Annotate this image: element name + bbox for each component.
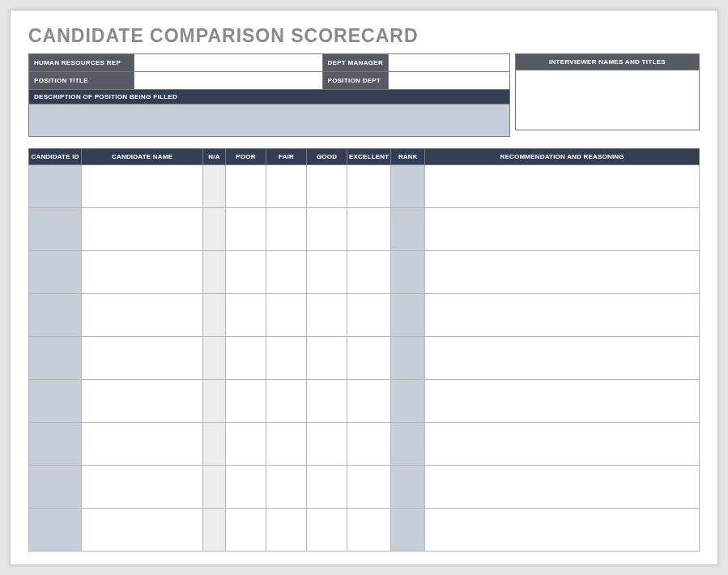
cell-fair[interactable] bbox=[266, 423, 307, 466]
cell-good[interactable] bbox=[307, 294, 347, 337]
cell-good[interactable] bbox=[307, 423, 347, 466]
cell-recommendation[interactable] bbox=[425, 251, 700, 294]
cell-good[interactable] bbox=[307, 337, 347, 380]
cell-rank[interactable] bbox=[391, 294, 425, 337]
cell-good[interactable] bbox=[307, 208, 347, 251]
label-description: DESCRIPTION OF POSITION BEING FILLED bbox=[29, 90, 510, 104]
cell-fair[interactable] bbox=[266, 251, 307, 294]
cell-recommendation[interactable] bbox=[425, 337, 700, 380]
cell-excellent[interactable] bbox=[347, 423, 391, 466]
cell-recommendation[interactable] bbox=[425, 208, 700, 251]
input-position-dept[interactable] bbox=[389, 72, 510, 90]
table-row bbox=[29, 208, 700, 251]
cell-recommendation[interactable] bbox=[425, 380, 700, 423]
cell-excellent[interactable] bbox=[347, 251, 391, 294]
label-interviewer: INTERVIEWER NAMES AND TITLES bbox=[516, 54, 700, 70]
cell-rank[interactable] bbox=[391, 466, 425, 509]
cell-na[interactable] bbox=[203, 337, 226, 380]
cell-fair[interactable] bbox=[266, 208, 307, 251]
cell-candidate-id[interactable] bbox=[29, 337, 82, 380]
input-dept-manager[interactable] bbox=[389, 54, 510, 72]
cell-fair[interactable] bbox=[266, 337, 307, 380]
cell-poor[interactable] bbox=[226, 466, 266, 509]
col-header-name: CANDIDATE NAME bbox=[82, 149, 203, 165]
cell-poor[interactable] bbox=[226, 208, 266, 251]
cell-good[interactable] bbox=[307, 165, 347, 208]
position-info-block: HUMAN RESOURCES REP DEPT MANAGER POSITIO… bbox=[28, 53, 510, 137]
cell-candidate-name[interactable] bbox=[82, 509, 203, 552]
input-description[interactable] bbox=[29, 104, 510, 137]
col-header-na: N/A bbox=[203, 149, 226, 165]
cell-recommendation[interactable] bbox=[425, 294, 700, 337]
cell-candidate-id[interactable] bbox=[29, 208, 82, 251]
cell-good[interactable] bbox=[307, 509, 347, 552]
cell-poor[interactable] bbox=[226, 380, 266, 423]
cell-poor[interactable] bbox=[226, 337, 266, 380]
cell-rank[interactable] bbox=[391, 509, 425, 552]
cell-candidate-id[interactable] bbox=[29, 380, 82, 423]
cell-fair[interactable] bbox=[266, 509, 307, 552]
cell-na[interactable] bbox=[203, 423, 226, 466]
cell-recommendation[interactable] bbox=[425, 423, 700, 466]
cell-good[interactable] bbox=[307, 466, 347, 509]
cell-candidate-name[interactable] bbox=[82, 380, 203, 423]
cell-excellent[interactable] bbox=[347, 337, 391, 380]
cell-na[interactable] bbox=[203, 165, 226, 208]
cell-rank[interactable] bbox=[391, 380, 425, 423]
cell-candidate-id[interactable] bbox=[29, 165, 82, 208]
cell-na[interactable] bbox=[203, 208, 226, 251]
cell-poor[interactable] bbox=[226, 509, 266, 552]
cell-candidate-id[interactable] bbox=[29, 294, 82, 337]
cell-good[interactable] bbox=[307, 380, 347, 423]
cell-candidate-name[interactable] bbox=[82, 466, 203, 509]
cell-excellent[interactable] bbox=[347, 466, 391, 509]
cell-poor[interactable] bbox=[226, 251, 266, 294]
cell-fair[interactable] bbox=[266, 165, 307, 208]
cell-na[interactable] bbox=[203, 509, 226, 552]
cell-excellent[interactable] bbox=[347, 380, 391, 423]
cell-candidate-name[interactable] bbox=[82, 337, 203, 380]
cell-fair[interactable] bbox=[266, 294, 307, 337]
cell-fair[interactable] bbox=[266, 380, 307, 423]
col-header-good: GOOD bbox=[307, 149, 347, 165]
position-info-table: HUMAN RESOURCES REP DEPT MANAGER POSITIO… bbox=[28, 53, 510, 137]
cell-candidate-name[interactable] bbox=[82, 251, 203, 294]
cell-recommendation[interactable] bbox=[425, 165, 700, 208]
cell-rank[interactable] bbox=[391, 423, 425, 466]
cell-rank[interactable] bbox=[391, 208, 425, 251]
cell-na[interactable] bbox=[203, 251, 226, 294]
cell-excellent[interactable] bbox=[347, 294, 391, 337]
cell-candidate-name[interactable] bbox=[82, 423, 203, 466]
cell-poor[interactable] bbox=[226, 294, 266, 337]
cell-recommendation[interactable] bbox=[425, 509, 700, 552]
col-header-excellent: EXCELLENT bbox=[347, 149, 391, 165]
label-hr-rep: HUMAN RESOURCES REP bbox=[29, 54, 134, 72]
cell-excellent[interactable] bbox=[347, 165, 391, 208]
cell-candidate-name[interactable] bbox=[82, 294, 203, 337]
cell-recommendation[interactable] bbox=[425, 466, 700, 509]
input-interviewer[interactable] bbox=[516, 70, 700, 130]
table-row bbox=[29, 251, 700, 294]
cell-candidate-name[interactable] bbox=[82, 208, 203, 251]
cell-rank[interactable] bbox=[391, 337, 425, 380]
cell-candidate-id[interactable] bbox=[29, 466, 82, 509]
label-dept-manager: DEPT MANAGER bbox=[322, 54, 389, 72]
input-position-title[interactable] bbox=[134, 72, 323, 90]
cell-candidate-name[interactable] bbox=[82, 165, 203, 208]
cell-rank[interactable] bbox=[391, 251, 425, 294]
cell-candidate-id[interactable] bbox=[29, 509, 82, 552]
cell-excellent[interactable] bbox=[347, 208, 391, 251]
cell-candidate-id[interactable] bbox=[29, 423, 82, 466]
cell-poor[interactable] bbox=[226, 423, 266, 466]
cell-fair[interactable] bbox=[266, 466, 307, 509]
cell-excellent[interactable] bbox=[347, 509, 391, 552]
cell-poor[interactable] bbox=[226, 165, 266, 208]
cell-na[interactable] bbox=[203, 466, 226, 509]
scorecard-page: CANDIDATE COMPARISON SCORECARD HUMAN RES… bbox=[10, 10, 718, 565]
cell-good[interactable] bbox=[307, 251, 347, 294]
cell-candidate-id[interactable] bbox=[29, 251, 82, 294]
cell-na[interactable] bbox=[203, 294, 226, 337]
cell-rank[interactable] bbox=[391, 165, 425, 208]
input-hr-rep[interactable] bbox=[134, 54, 323, 72]
cell-na[interactable] bbox=[203, 380, 226, 423]
